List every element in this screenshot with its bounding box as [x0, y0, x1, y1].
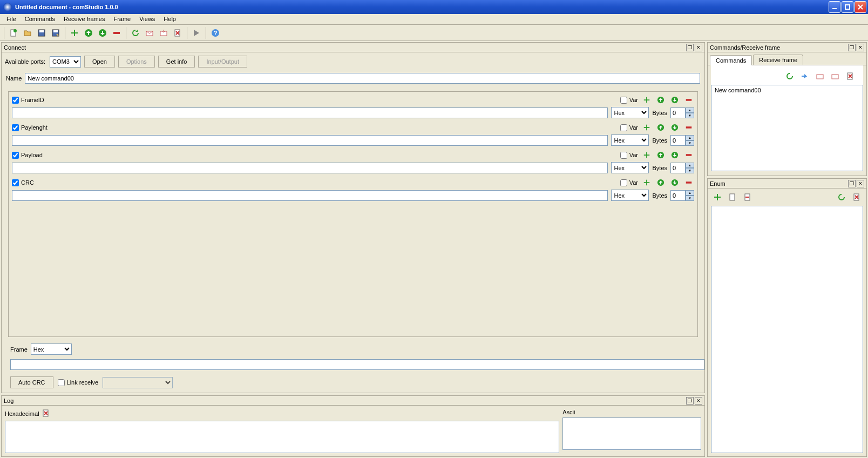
panel-restore-icon[interactable]: ❐	[848, 180, 856, 187]
toolbar-delete-icon[interactable]	[171, 26, 184, 39]
menu-help[interactable]: Help	[159, 14, 180, 24]
toolbar-saveas-icon[interactable]	[49, 26, 62, 39]
var-checkbox[interactable]	[620, 97, 627, 104]
minimize-button[interactable]	[829, 1, 840, 13]
hex-log-box[interactable]	[5, 421, 559, 453]
toolbar-help-icon[interactable]: ?	[209, 26, 222, 39]
enum-add-icon[interactable]	[711, 191, 724, 204]
toolbar-down-icon[interactable]	[96, 26, 109, 39]
frame-value-input[interactable]	[10, 359, 704, 370]
port-select[interactable]: COM3	[50, 56, 81, 68]
bytes-spin-down[interactable]: ▼	[686, 196, 694, 201]
field-value-input[interactable]	[12, 190, 608, 201]
enum-edit-icon[interactable]	[726, 191, 739, 204]
field-down-icon[interactable]	[669, 95, 680, 105]
ascii-log-box[interactable]	[562, 417, 701, 450]
bytes-spin-down[interactable]: ▼	[686, 140, 694, 146]
field-format-select[interactable]: Hex	[611, 162, 649, 173]
toolbar-new-icon[interactable]	[7, 26, 20, 39]
field-remove-icon[interactable]	[683, 178, 694, 187]
enum-delete-icon[interactable]	[850, 191, 863, 204]
field-remove-icon[interactable]	[683, 150, 694, 160]
field-up-icon[interactable]	[655, 178, 666, 187]
enum-remove-icon[interactable]	[741, 191, 754, 204]
field-remove-icon[interactable]	[683, 95, 694, 105]
tab-receive-frame[interactable]: Receive frame	[753, 55, 803, 65]
autocrc-button[interactable]: Auto CRC	[10, 376, 53, 388]
var-checkbox[interactable]	[620, 124, 627, 131]
var-checkbox[interactable]	[620, 179, 627, 186]
panel-restore-icon[interactable]: ❐	[686, 44, 694, 51]
frame-format-select[interactable]: Hex	[31, 344, 72, 355]
field-value-input[interactable]	[12, 107, 608, 118]
getinfo-button[interactable]: Get info	[158, 56, 195, 68]
bytes-input[interactable]	[670, 190, 686, 201]
toolbar-run-icon[interactable]	[190, 26, 203, 39]
bytes-spin-up[interactable]: ▲	[686, 163, 694, 168]
open-button[interactable]: Open	[84, 56, 115, 68]
cmd-refresh-icon[interactable]	[783, 70, 796, 83]
list-item[interactable]: New command00	[713, 86, 862, 94]
toolbar-send-icon[interactable]	[143, 26, 156, 39]
menu-frame[interactable]: Frame	[109, 14, 135, 24]
bytes-input[interactable]	[670, 107, 686, 118]
tab-commands[interactable]: Commands	[710, 55, 752, 65]
field-up-icon[interactable]	[655, 95, 666, 105]
bytes-spin-up[interactable]: ▲	[686, 135, 694, 140]
field-add-icon[interactable]	[641, 95, 652, 105]
field-add-icon[interactable]	[641, 150, 652, 160]
cmd-down-icon[interactable]	[829, 70, 842, 83]
cmd-arrow-icon[interactable]	[798, 70, 811, 83]
bytes-spin-down[interactable]: ▼	[686, 113, 694, 118]
field-checkbox[interactable]	[12, 152, 19, 159]
enum-list[interactable]	[711, 206, 863, 453]
toolbar-receive-icon[interactable]	[157, 26, 170, 39]
field-format-select[interactable]: Hex	[611, 134, 649, 146]
options-button[interactable]: Options	[118, 56, 155, 68]
enum-refresh-icon[interactable]	[835, 191, 848, 204]
panel-close-icon[interactable]: ✕	[695, 44, 702, 51]
bytes-spin-down[interactable]: ▼	[686, 168, 694, 173]
field-down-icon[interactable]	[669, 150, 680, 160]
field-add-icon[interactable]	[641, 123, 652, 132]
cmd-delete-icon[interactable]	[844, 70, 857, 83]
clear-hex-icon[interactable]	[42, 409, 50, 419]
field-down-icon[interactable]	[669, 123, 680, 132]
field-value-input[interactable]	[12, 135, 608, 146]
link-receive-checkbox[interactable]	[58, 379, 65, 386]
name-input[interactable]	[25, 73, 700, 84]
menu-views[interactable]: Views	[135, 14, 159, 24]
panel-close-icon[interactable]: ✕	[695, 397, 702, 405]
field-checkbox[interactable]	[12, 179, 19, 186]
field-down-icon[interactable]	[669, 178, 680, 187]
toolbar-refresh-icon[interactable]	[129, 26, 142, 39]
menu-receive-frames[interactable]: Receive frames	[59, 14, 109, 24]
panel-restore-icon[interactable]: ❐	[848, 44, 856, 51]
menu-commands[interactable]: Commands	[21, 14, 59, 24]
toolbar-add-icon[interactable]	[68, 26, 81, 39]
toolbar-remove-icon[interactable]	[110, 26, 123, 39]
panel-restore-icon[interactable]: ❐	[686, 397, 694, 405]
bytes-input[interactable]	[670, 163, 686, 173]
bytes-spin-up[interactable]: ▲	[686, 190, 694, 196]
panel-close-icon[interactable]: ✕	[857, 180, 864, 187]
field-format-select[interactable]: Hex	[611, 107, 649, 118]
toolbar-save-icon[interactable]	[35, 26, 48, 39]
menu-file[interactable]: File	[2, 14, 21, 24]
toolbar-open-icon[interactable]	[21, 26, 34, 39]
field-value-input[interactable]	[12, 163, 608, 173]
field-up-icon[interactable]	[655, 150, 666, 160]
link-receive-select[interactable]	[103, 377, 173, 388]
field-checkbox[interactable]	[12, 124, 19, 131]
bytes-input[interactable]	[670, 135, 686, 146]
maximize-button[interactable]	[842, 1, 853, 13]
cmd-up-icon[interactable]	[813, 70, 826, 83]
field-format-select[interactable]: Hex	[611, 190, 649, 201]
input-output-button[interactable]: Input/Output	[198, 56, 247, 68]
field-remove-icon[interactable]	[683, 123, 694, 132]
field-up-icon[interactable]	[655, 123, 666, 132]
panel-close-icon[interactable]: ✕	[857, 44, 864, 51]
field-checkbox[interactable]	[12, 97, 19, 104]
commands-list[interactable]: New command00	[711, 85, 863, 171]
bytes-spin-up[interactable]: ▲	[686, 107, 694, 113]
